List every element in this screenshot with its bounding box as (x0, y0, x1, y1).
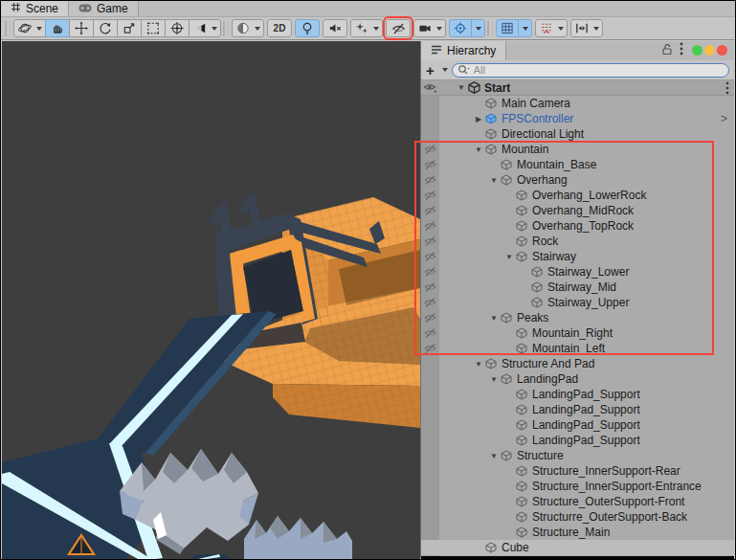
lighting-toggle[interactable] (295, 19, 320, 37)
foldout-arrow[interactable]: ▼ (455, 83, 468, 92)
hidden-eye-icon[interactable] (423, 281, 437, 296)
dropdown-caret[interactable] (251, 27, 260, 31)
rect-tool[interactable] (141, 19, 166, 37)
foldout-arrow[interactable]: ▼ (487, 375, 501, 384)
hierarchy-row-landingpad-support[interactable]: LandingPad_Support (421, 433, 734, 448)
hierarchy-row-structurre-outersupport-back[interactable]: Structurre_OuterSupport-Back (421, 509, 734, 525)
tab-game[interactable]: Game (69, 1, 139, 16)
hierarchy-row-mountain[interactable]: ▼Mountain (421, 142, 734, 157)
chevron-down-icon (255, 27, 260, 31)
effects-toggle[interactable] (350, 19, 383, 37)
dropdown-caret[interactable] (554, 27, 564, 31)
view-tool[interactable] (13, 19, 46, 37)
hidden-eye-icon[interactable] (423, 297, 437, 311)
hidden-eye-icon[interactable] (423, 312, 437, 326)
scene-visibility-eye-icon[interactable] (423, 82, 437, 97)
hierarchy-row-stairway-mid[interactable]: Stairway_Mid (421, 280, 734, 295)
hierarchy-row-landingpad-support[interactable]: LandingPad_Support (421, 417, 734, 433)
custom-tool[interactable] (189, 19, 221, 37)
shading-mode[interactable] (232, 19, 264, 37)
hierarchy-row-landingpad[interactable]: ▼LandingPad (421, 371, 734, 387)
hierarchy-row-structure-innersupport-rear[interactable]: Structure_InnerSupport-Rear (421, 463, 734, 479)
chevron-down-icon[interactable] (442, 68, 448, 72)
scene-visibility-toggle[interactable] (386, 19, 411, 37)
hidden-eye-icon[interactable] (423, 144, 437, 158)
snap-increment[interactable] (535, 19, 568, 37)
scene-header-start[interactable]: ▼ Start (421, 80, 734, 96)
dropdown-caret[interactable] (471, 20, 481, 36)
hierarchy-row-fpscontroller[interactable]: ▶FPSController> (421, 111, 734, 126)
hierarchy-row-landingpad-support[interactable]: LandingPad_Support (421, 387, 734, 402)
hidden-eye-icon[interactable] (423, 205, 437, 219)
hierarchy-row-overhang-lowerrock[interactable]: Overhang_LowerRock (421, 188, 734, 203)
grid-snapping[interactable] (496, 19, 532, 37)
dropdown-caret[interactable] (433, 27, 442, 31)
foldout-arrow[interactable]: ▼ (502, 253, 516, 261)
search-input[interactable] (474, 64, 724, 76)
hidden-eye-icon[interactable] (423, 327, 437, 342)
hierarchy-row-overhang-toprock[interactable]: Overhang_TopRock (421, 218, 734, 234)
audio-toggle[interactable] (323, 19, 347, 37)
hidden-eye-icon[interactable] (423, 159, 437, 173)
dropdown-caret[interactable] (33, 27, 42, 31)
hierarchy-row-landingpad-support[interactable]: LandingPad_Support (421, 402, 734, 417)
hand-tool[interactable] (45, 19, 70, 37)
scene-kebab-icon[interactable] (725, 81, 734, 95)
tab-hierarchy[interactable]: Hierarchy (421, 41, 506, 60)
hidden-eye-icon[interactable] (423, 220, 437, 235)
hierarchy-row-directional-light[interactable]: Directional Light (421, 126, 734, 142)
hierarchy-row-cube[interactable]: Cube (421, 540, 734, 555)
gameobject-cube-icon (516, 327, 529, 339)
foldout-arrow[interactable]: ▼ (487, 176, 501, 185)
hierarchy-row-overhang[interactable]: ▼Overhang (421, 172, 734, 188)
hierarchy-row-structure[interactable]: ▼Structure (421, 448, 734, 463)
row-label: Stairway_Lower (547, 265, 629, 279)
transform-tool[interactable] (165, 19, 190, 37)
camera-overlay[interactable] (413, 19, 446, 37)
hierarchy-row-structure-innersupport-entrance[interactable]: Structure_InnerSupport-Entrance (421, 479, 734, 494)
foldout-arrow[interactable]: ▶ (472, 115, 485, 123)
lock-icon[interactable] (661, 42, 673, 59)
hierarchy-row-structure-and-pad[interactable]: ▼Structure And Pad (421, 356, 734, 371)
hidden-eye-icon[interactable] (423, 343, 437, 357)
hierarchy-row-stairway-upper[interactable]: Stairway_Upper (421, 295, 734, 310)
kebab-menu-icon[interactable] (680, 42, 683, 59)
dropdown-caret[interactable] (518, 20, 528, 36)
tab-scene[interactable]: Scene (1, 1, 69, 16)
hierarchy-row-peaks[interactable]: ▼Peaks (421, 310, 734, 325)
foldout-arrow[interactable]: ▼ (472, 360, 485, 369)
rotate-tool[interactable] (93, 19, 118, 37)
hierarchy-row-stairway[interactable]: ▼Stairway (421, 249, 734, 264)
hierarchy-row-structure-main[interactable]: Structure_Main (421, 525, 734, 540)
foldout-arrow[interactable]: ▼ (472, 146, 485, 154)
dropdown-caret[interactable] (208, 27, 217, 31)
hidden-eye-icon[interactable] (423, 235, 437, 250)
create-button[interactable]: + (426, 63, 435, 78)
dropdown-caret[interactable] (369, 27, 379, 31)
hidden-eye-icon[interactable] (423, 266, 437, 280)
hierarchy-row-overhang-midrock[interactable]: Overhang_MidRock (421, 203, 734, 218)
move-tool[interactable] (69, 19, 94, 37)
scene-viewport[interactable] (2, 41, 420, 558)
gameobject-cube-icon (485, 98, 499, 109)
search-field[interactable] (452, 63, 729, 78)
hidden-eye-icon[interactable] (423, 190, 437, 204)
foldout-arrow[interactable]: ▼ (487, 314, 501, 323)
dropdown-caret[interactable] (590, 27, 599, 31)
prefab-open-arrow[interactable]: > (721, 112, 734, 125)
hierarchy-row-mountain-right[interactable]: Mountain_Right (421, 325, 734, 341)
handle-position[interactable] (570, 19, 603, 37)
scale-tool[interactable] (117, 19, 142, 37)
hierarchy-row-main-camera[interactable]: Main Camera (421, 96, 734, 111)
hierarchy-row-mountain-base[interactable]: Mountain_Base (421, 157, 734, 172)
foldout-arrow[interactable]: ▼ (487, 452, 501, 460)
hidden-eye-icon[interactable] (423, 174, 437, 189)
row-label: LandingPad_Support (532, 434, 640, 447)
hidden-eye-icon[interactable] (423, 251, 437, 265)
hierarchy-row-stairway-lower[interactable]: Stairway_Lower (421, 264, 734, 280)
gizmos-toggle[interactable] (449, 19, 485, 37)
2d-toggle[interactable]: 2D (267, 19, 292, 37)
hierarchy-row-structure-outersupport-front[interactable]: Structure_OuterSupport-Front (421, 494, 734, 509)
hierarchy-row-rock[interactable]: Rock (421, 234, 734, 249)
hierarchy-row-mountain-left[interactable]: Mountain_Left (421, 341, 734, 356)
